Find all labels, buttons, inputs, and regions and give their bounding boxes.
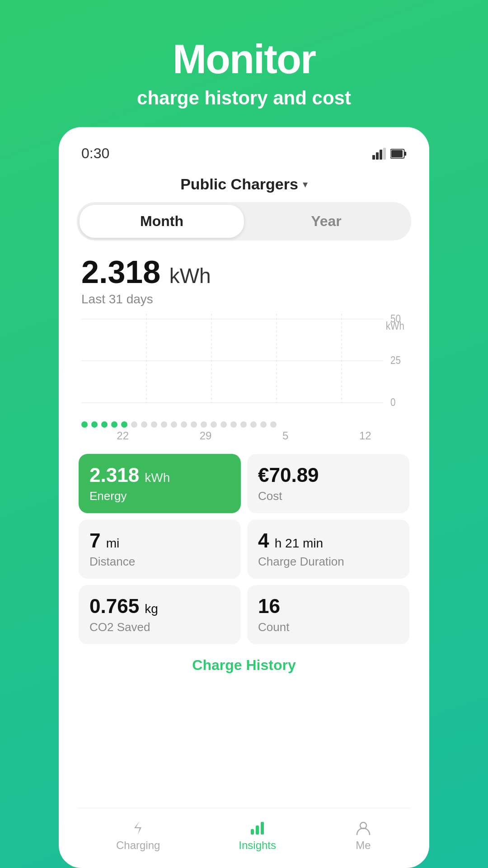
stat-value-energy: 2.318 kWh	[89, 464, 230, 486]
status-icons	[372, 148, 407, 160]
energy-period: Last 31 days	[81, 292, 407, 307]
battery-icon	[390, 148, 407, 160]
chart-x-label: 5	[282, 429, 288, 442]
status-bar: 0:30	[77, 141, 411, 171]
svg-rect-18	[251, 829, 254, 835]
chart-dot-inactive	[250, 421, 257, 428]
svg-rect-1	[376, 152, 379, 160]
stat-card-co2[interactable]: 0.765 kg CO2 Saved	[79, 585, 241, 644]
svg-rect-6	[391, 150, 403, 157]
tab-month[interactable]: Month	[80, 205, 244, 238]
chart-dot-active	[91, 421, 98, 428]
stat-card-count[interactable]: 16 Count	[247, 585, 409, 644]
stat-label-distance: Distance	[89, 555, 230, 569]
stats-grid: 2.318 kWh Energy €70.89 Cost 7 mi Distan…	[77, 454, 411, 644]
charging-icon	[130, 819, 147, 836]
status-time: 0:30	[81, 145, 109, 162]
charger-selector[interactable]: Public Chargers ▾	[77, 171, 411, 202]
chart-dot-inactive	[221, 421, 227, 428]
nav-item-me[interactable]: Me	[337, 816, 390, 855]
chart-dot-active	[121, 421, 127, 428]
chart-x-label: 29	[200, 429, 212, 442]
chart-dot-inactive	[260, 421, 267, 428]
chart-dot-inactive	[161, 421, 167, 428]
phone-card: 0:30 Public Chargers ▾ Month Year 2.318	[59, 127, 429, 868]
stat-card-cost[interactable]: €70.89 Cost	[247, 454, 409, 513]
chart-dot-active	[111, 421, 117, 428]
chart-dot-inactive	[211, 421, 217, 428]
charger-label: Public Chargers	[180, 175, 298, 193]
chart-dot-active	[101, 421, 108, 428]
header-section: Monitor charge history and cost	[137, 0, 351, 127]
svg-rect-2	[380, 150, 382, 160]
stat-value-count: 16	[258, 595, 399, 618]
chart-dot-inactive	[131, 421, 137, 428]
chart-dot-inactive	[171, 421, 177, 428]
stat-card-duration[interactable]: 4 h 21 min Charge Duration	[247, 519, 409, 579]
stat-label-duration: Charge Duration	[258, 555, 399, 569]
energy-value: 2.318 kWh	[81, 254, 407, 290]
nav-item-insights[interactable]: Insights	[221, 816, 294, 855]
stat-card-distance[interactable]: 7 mi Distance	[79, 519, 241, 579]
svg-rect-19	[256, 826, 259, 835]
svg-rect-3	[383, 148, 386, 160]
chart-area: 50 kWh 25 0	[81, 314, 407, 413]
chart-svg: 50 kWh 25 0	[81, 314, 407, 413]
me-icon	[355, 819, 372, 836]
chart-dot-inactive	[151, 421, 157, 428]
nav-item-charging[interactable]: Charging	[98, 816, 178, 855]
bottom-nav: Charging Insights Me	[77, 808, 411, 868]
chevron-down-icon: ▾	[303, 179, 308, 190]
chart-dot-inactive	[181, 421, 187, 428]
stat-label-co2: CO2 Saved	[89, 620, 230, 634]
svg-rect-5	[404, 151, 407, 156]
stat-value-distance: 7 mi	[89, 529, 230, 552]
chart-x-label: 12	[359, 429, 371, 442]
svg-text:kWh: kWh	[386, 320, 404, 332]
chart-dot-inactive	[191, 421, 197, 428]
stat-label-count: Count	[258, 620, 399, 634]
chart-dots-row	[77, 418, 411, 428]
stat-label-cost: Cost	[258, 489, 399, 503]
signal-icon	[372, 148, 386, 160]
stat-value-cost: €70.89	[258, 464, 399, 486]
main-title: Monitor	[137, 36, 351, 83]
svg-text:0: 0	[390, 396, 395, 408]
nav-label-me: Me	[356, 839, 371, 852]
svg-rect-0	[372, 155, 375, 160]
charge-history-link[interactable]: Charge History	[77, 644, 411, 683]
stat-value-co2: 0.765 kg	[89, 595, 230, 618]
chart-dot-inactive	[240, 421, 247, 428]
svg-rect-20	[261, 822, 264, 835]
chart-dot-inactive	[270, 421, 277, 428]
chart-dot-active	[81, 421, 88, 428]
chart-x-labels: 22 29 5 12	[77, 428, 411, 449]
stat-value-duration: 4 h 21 min	[258, 529, 399, 552]
chart-dot-inactive	[230, 421, 237, 428]
tab-switcher: Month Year	[77, 202, 411, 241]
energy-display: 2.318 kWh Last 31 days	[77, 254, 411, 314]
tab-year[interactable]: Year	[244, 205, 408, 238]
stat-label-energy: Energy	[89, 489, 230, 503]
chart-dot-inactive	[141, 421, 147, 428]
nav-label-insights: Insights	[239, 839, 276, 852]
chart-dot-inactive	[201, 421, 207, 428]
nav-label-charging: Charging	[116, 839, 160, 852]
insights-icon	[249, 819, 266, 836]
subtitle: charge history and cost	[137, 87, 351, 109]
svg-text:25: 25	[390, 354, 401, 366]
chart-x-label: 22	[117, 429, 129, 442]
stat-card-energy[interactable]: 2.318 kWh Energy	[79, 454, 241, 513]
